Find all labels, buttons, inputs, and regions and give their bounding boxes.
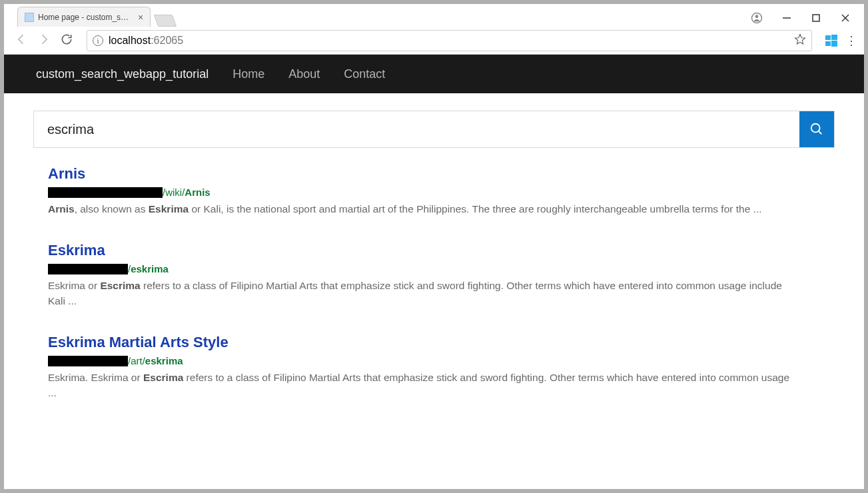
toolbar: i localhost:62065 ⋮ xyxy=(4,27,864,55)
nav-link-about[interactable]: About xyxy=(288,67,320,81)
svg-marker-6 xyxy=(795,34,805,44)
viewport: custom_search_webapp_tutorial Home About… xyxy=(4,55,864,489)
svg-rect-3 xyxy=(813,15,819,21)
site-brand[interactable]: custom_search_webapp_tutorial xyxy=(36,67,209,81)
redacted-domain xyxy=(48,187,163,198)
menu-kebab-icon[interactable]: ⋮ xyxy=(845,33,857,48)
tab-strip: Home page - custom_se… × xyxy=(4,7,175,27)
svg-rect-7 xyxy=(825,35,831,40)
new-tab-button[interactable] xyxy=(154,15,177,27)
result-title[interactable]: Eskrima Martial Arts Style xyxy=(48,334,801,351)
search-result: Arnis /wiki/Arnis Arnis, also known as E… xyxy=(48,165,801,217)
svg-rect-9 xyxy=(825,41,831,46)
svg-rect-10 xyxy=(831,41,837,47)
svg-rect-8 xyxy=(831,35,837,40)
svg-line-12 xyxy=(819,131,822,135)
browser-window: Home page - custom_se… × xyxy=(0,0,868,493)
nav-link-contact[interactable]: Contact xyxy=(344,67,385,81)
result-url[interactable]: /wiki/Arnis xyxy=(48,187,801,198)
result-snippet: Eskrima. Eskrima or Escrima refers to a … xyxy=(48,370,801,400)
browser-tab[interactable]: Home page - custom_se… × xyxy=(17,7,151,27)
close-window-icon[interactable] xyxy=(840,13,851,23)
result-title[interactable]: Eskrima xyxy=(48,242,801,259)
svg-point-11 xyxy=(811,124,820,133)
window-controls xyxy=(751,12,864,27)
result-url[interactable]: /art/eskrima xyxy=(48,355,801,366)
windows-flag-icon[interactable] xyxy=(825,35,837,47)
site-info-icon[interactable]: i xyxy=(93,35,103,46)
search-result: Eskrima /eskrima Eskrima or Escrima refe… xyxy=(48,242,801,308)
result-title[interactable]: Arnis xyxy=(48,165,801,183)
search-button[interactable] xyxy=(799,111,834,147)
search-result: Eskrima Martial Arts Style /art/eskrima … xyxy=(48,334,801,400)
site-navbar: custom_search_webapp_tutorial Home About… xyxy=(4,55,864,93)
result-snippet: Eskrima or Escrima refers to a class of … xyxy=(48,278,801,308)
results-list: Arnis /wiki/Arnis Arnis, also known as E… xyxy=(33,148,835,400)
forward-button[interactable] xyxy=(37,33,51,49)
nav-link-home[interactable]: Home xyxy=(232,67,264,81)
result-snippet: Arnis, also known as Eskrima or Kali, is… xyxy=(48,202,801,217)
search-icon xyxy=(809,122,824,137)
search-bar xyxy=(33,111,835,148)
reload-button[interactable] xyxy=(60,33,73,49)
result-url[interactable]: /eskrima xyxy=(48,263,801,274)
bookmark-star-icon[interactable] xyxy=(794,33,806,48)
svg-point-1 xyxy=(755,15,759,18)
search-input[interactable] xyxy=(34,111,799,147)
favicon-icon xyxy=(25,13,34,22)
main-content: Arnis /wiki/Arnis Arnis, also known as E… xyxy=(4,93,864,452)
url-host: localhost xyxy=(109,35,151,47)
redacted-domain xyxy=(48,264,128,274)
maximize-icon[interactable] xyxy=(811,13,821,23)
profile-icon[interactable] xyxy=(751,12,763,24)
back-button[interactable] xyxy=(15,33,28,49)
page-scroll[interactable]: custom_search_webapp_tutorial Home About… xyxy=(4,55,864,489)
address-bar[interactable]: i localhost:62065 xyxy=(87,30,812,51)
close-tab-icon[interactable]: × xyxy=(138,12,143,23)
url-port: :62065 xyxy=(151,35,183,47)
tab-title: Home page - custom_se… xyxy=(38,13,131,22)
redacted-domain xyxy=(48,356,128,366)
minimize-icon[interactable] xyxy=(781,13,792,23)
titlebar: Home page - custom_se… × xyxy=(4,4,864,27)
